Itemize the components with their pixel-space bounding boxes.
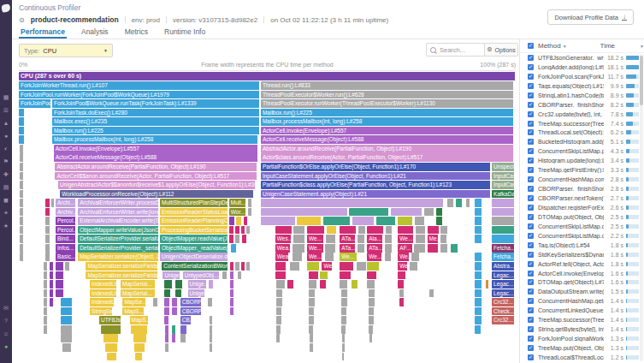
flame-frame[interactable]	[164, 316, 169, 324]
flame-frame[interactable]	[165, 325, 169, 334]
flame-frame[interactable]	[20, 172, 25, 181]
flame-frame[interactable]: ActorCell.invoke(Envelope):L#557	[54, 145, 258, 153]
flame-frame[interactable]: ActorCell.invoke(Envelope):L#557	[261, 127, 514, 135]
method-checkbox[interactable]: ✓	[528, 289, 534, 295]
flame-frame[interactable]	[398, 280, 405, 289]
flame-frame[interactable]	[229, 217, 236, 225]
method-row[interactable]: ✓TreeMap.successor(TreeMap$...7.4 s	[520, 119, 639, 128]
flame-frame[interactable]: ThreadPoolExecutor$Worker.run():L#628	[261, 91, 514, 99]
flame-frame[interactable]	[475, 280, 482, 289]
flame-frame[interactable]	[342, 334, 346, 342]
flame-frame[interactable]: ProcessingBucketSerialization.W...	[160, 226, 228, 235]
flame-frame[interactable]	[107, 353, 117, 361]
method-checkbox[interactable]: ✓	[528, 214, 534, 220]
flame-frame[interactable]	[276, 289, 283, 298]
method-checkbox[interactable]: ✓	[528, 195, 534, 201]
method-row[interactable]: ✓ConcurrentSkipListMap.doPut(...2.2 s	[520, 231, 639, 241]
flame-frame[interactable]: IndexedListS...	[90, 280, 117, 289]
flame-frame[interactable]	[45, 244, 50, 253]
flame-frame[interactable]	[376, 217, 396, 225]
flame-frame[interactable]	[164, 298, 170, 306]
method-checkbox[interactable]: ✓	[528, 298, 534, 304]
tab-analysis[interactable]: Analysis	[80, 27, 110, 39]
flame-frame[interactable]: ContentSerializationBWork...	[162, 262, 228, 271]
flame-frame[interactable]	[325, 253, 334, 261]
flame-frame[interactable]	[222, 271, 227, 280]
method-checkbox[interactable]: ✓	[528, 345, 534, 351]
flame-frame[interactable]	[45, 253, 50, 261]
flame-frame[interactable]	[369, 325, 374, 334]
flame-frame[interactable]: MapSerial...	[121, 289, 156, 298]
method-checkbox[interactable]: ✓	[528, 326, 534, 332]
flame-frame[interactable]: We...	[367, 253, 382, 261]
scrollbar-thumb[interactable]	[640, 56, 643, 105]
flame-frame[interactable]	[164, 280, 172, 289]
method-row[interactable]: ✓BucketedHistogram.add(long)...5.1 s	[520, 137, 639, 146]
method-checkbox[interactable]: ✓	[528, 148, 534, 154]
method-row[interactable]: ✓ConcurrentSkipListMap.put(A...4.3 s	[520, 146, 639, 156]
flame-frame[interactable]: ExternalArchivalEncoder.write(String...	[78, 217, 159, 225]
flame-frame[interactable]: Wea...	[275, 244, 291, 253]
flame-frame[interactable]	[230, 307, 234, 316]
flame-frame[interactable]	[44, 316, 48, 324]
method-row[interactable]: ✓Crc32.update(byte[], int, int):L...7.8 …	[520, 110, 639, 119]
flame-frame[interactable]	[340, 271, 352, 280]
method-row[interactable]: ✓ConcurrentHashMap.get(Obje...1.4 s	[520, 296, 639, 306]
flame-frame[interactable]	[244, 217, 248, 225]
method-checkbox[interactable]: ✓	[528, 261, 534, 267]
flame-frame[interactable]: Actor$class.aroundReceive(Actor, Partial…	[261, 153, 514, 162]
flame-frame[interactable]	[175, 289, 182, 298]
help-icon[interactable]: ?	[4, 318, 8, 324]
flame-frame[interactable]	[172, 334, 176, 342]
flame-frame[interactable]	[309, 316, 315, 324]
method-row[interactable]: ✓Dispatcher.registerForExecuti...2.6 s	[520, 203, 639, 212]
flame-frame[interactable]: Mult...	[229, 199, 246, 207]
flame-frame[interactable]: We...	[307, 244, 324, 253]
flame-frame[interactable]	[172, 307, 178, 316]
flame-frame[interactable]	[340, 262, 354, 271]
nav-integrations-icon[interactable]: ✚	[3, 171, 9, 178]
search-input[interactable]: Search...	[426, 43, 486, 57]
method-row[interactable]: ✓ConcurrentLinkedQueue.poll()...1.4 s	[520, 306, 639, 315]
flame-frame[interactable]: ObjectMapper.readValue(Json...	[160, 235, 228, 243]
select-all-checkbox[interactable]: ✓	[528, 43, 534, 49]
flame-frame[interactable]: PartialFunction$OrElse.applyOrElse(Objec…	[261, 163, 491, 171]
flame-frame[interactable]: Me...	[428, 235, 439, 243]
flame-frame[interactable]: We...	[307, 253, 322, 261]
flame-frame[interactable]	[323, 217, 351, 225]
flame-frame[interactable]	[320, 280, 327, 289]
flame-frame[interactable]: Crc32...	[492, 298, 515, 306]
flame-frame[interactable]	[310, 343, 314, 352]
flame-frame[interactable]	[466, 199, 470, 207]
flame-frame[interactable]: UTF8JsonG...	[99, 316, 121, 324]
method-row[interactable]: ✓TreeMap.put(Object, Object):L...1.3 s	[520, 343, 639, 353]
flame-frame[interactable]	[50, 271, 54, 280]
flame-frame[interactable]: ForkJoinPoo...	[19, 99, 51, 108]
method-row[interactable]: ✓String.getBytes(byte[], int, byt...1.4 …	[520, 324, 639, 334]
flame-frame[interactable]	[230, 271, 234, 280]
flame-frame[interactable]	[61, 298, 73, 306]
flame-frame[interactable]	[248, 199, 252, 207]
flame-frame[interactable]	[235, 235, 239, 243]
flame-frame[interactable]	[210, 343, 213, 352]
flame-frame[interactable]: DefaultSerializerProvider._serializeV...	[78, 244, 159, 253]
flame-frame[interactable]	[341, 325, 346, 334]
flame-frame[interactable]	[238, 271, 242, 280]
method-checkbox[interactable]: ✓	[528, 129, 534, 135]
flame-frame[interactable]	[235, 262, 239, 271]
flame-frame[interactable]	[320, 271, 328, 280]
flame-frame[interactable]	[492, 235, 515, 243]
nav-profiling-icon[interactable]: ✦	[3, 210, 9, 217]
flame-frame[interactable]	[50, 298, 54, 306]
flame-frame[interactable]: CBORP...	[180, 298, 202, 306]
flame-frame[interactable]	[133, 334, 147, 342]
method-row[interactable]: ✓LongAdder.add(long):L#9218.1 s	[520, 62, 639, 72]
flame-frame[interactable]	[230, 298, 234, 306]
flame-frame[interactable]	[165, 343, 169, 352]
flame-frame[interactable]	[241, 262, 245, 271]
flame-frame[interactable]	[486, 280, 488, 289]
tab-metrics[interactable]: Metrics	[123, 27, 150, 39]
flame-frame[interactable]: ActorCell$$anon.aroundReceive(Actor, Par…	[55, 172, 257, 181]
nav-dashboards-icon[interactable]: ▦	[3, 94, 9, 101]
method-row[interactable]: ✓CBORParser._finishShortText(...2.8 s	[520, 184, 639, 193]
